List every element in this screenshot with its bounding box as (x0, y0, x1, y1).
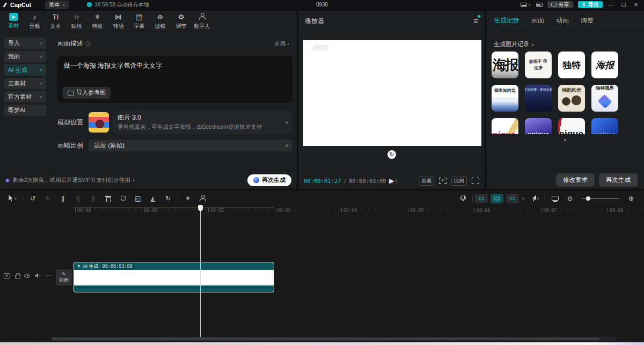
tab-adjust[interactable]: ⚙ 调节 (171, 11, 192, 32)
select-tool-button[interactable]: ∨ (5, 193, 20, 204)
tab-adjust[interactable]: 调整 (581, 16, 594, 25)
record-voiceover-button[interactable] (455, 193, 470, 204)
player-title: 播放器 (305, 17, 324, 26)
player-menu-button[interactable]: ≡ (473, 16, 478, 25)
inspector-tabs: 生成记录 画面 动画 调整 (486, 11, 644, 31)
split-right-button[interactable]: ]I (85, 193, 100, 204)
generated-image-thumb[interactable]: 星辰闪耀，梦想起航 (525, 85, 552, 112)
eye-icon[interactable] (24, 274, 30, 278)
share-button[interactable]: 分享 (547, 1, 573, 8)
more-options-icon[interactable]: ⋯ (45, 272, 51, 279)
auto-snap-toggle[interactable] (491, 194, 503, 203)
generated-image-thumb[interactable]: unique (525, 118, 552, 134)
tab-text[interactable]: TI 文本 (45, 11, 66, 32)
tab-filters[interactable]: ⊛ 滤镜 (150, 11, 171, 32)
crop-button[interactable]: ◱ (130, 193, 145, 204)
time-ruler[interactable]: 00:00 00:01 00:02 00:03 00:04 00:05 00:0… (51, 207, 644, 217)
scrollbar-thumb[interactable] (52, 337, 599, 340)
sidebar-item-import[interactable]: 导入 ∨ (4, 38, 46, 49)
tab-media[interactable]: ▶ 素材 (3, 11, 24, 32)
generated-image-thumb[interactable]: unique (558, 118, 585, 134)
lock-icon[interactable] (15, 273, 19, 278)
modify-request-button[interactable]: 修改要求 (556, 173, 595, 187)
generated-image-thumb[interactable]: 独特视界 (591, 85, 618, 112)
inspiration-link[interactable]: 灵感 › (274, 40, 289, 48)
main-track-magnet-toggle[interactable] (475, 194, 488, 203)
maximize-button[interactable]: ▢ (620, 2, 627, 8)
tab-generation-history[interactable]: 生成记录 (494, 16, 519, 25)
export-button[interactable]: ↥ 导出 (578, 1, 603, 8)
timeline-zoom-slider[interactable] (582, 198, 619, 199)
generated-image-thumb[interactable]: unique (591, 118, 618, 134)
play-button[interactable]: ▶ (389, 177, 394, 185)
regenerate-button[interactable]: 再次生成 (247, 174, 291, 186)
zoom-out-button[interactable]: ⊖ (562, 193, 577, 204)
undo-button[interactable]: ↺ (25, 193, 40, 204)
chevron-down-icon: ∨ (14, 196, 17, 201)
layout-switch-button[interactable]: ∨ (521, 3, 531, 7)
tab-audio[interactable]: ♪ 音频 (24, 11, 45, 32)
smart-edit-button[interactable]: ✶ (180, 193, 195, 204)
generated-image-thumb[interactable]: unique (492, 118, 518, 134)
ruler-tick: 00:00 (75, 208, 91, 213)
tab-label: 数字人 (194, 23, 210, 30)
sidebar-item-ai-generate[interactable]: AI 生成 ∨ (4, 64, 46, 76)
chevron-down-icon[interactable]: ∨ (522, 196, 524, 201)
ratio-select[interactable]: 适应 (原始) ∨ (89, 140, 292, 151)
tab-sticker[interactable]: ☆ 贴纸 (66, 11, 87, 32)
tab-label: 文本 (50, 23, 61, 30)
generated-image-thumb[interactable]: 独特 (558, 52, 585, 78)
ratio-button[interactable]: 比例 (451, 177, 467, 186)
tab-transitions[interactable]: ⋈ 转场 (108, 11, 129, 32)
preview-zoom-button[interactable]: ⌕ (439, 178, 447, 184)
sidebar-item-mine[interactable]: 我的 ∨ (4, 51, 46, 62)
delete-button[interactable] (100, 193, 115, 204)
timeline-horizontal-scrollbar[interactable] (51, 337, 617, 341)
split-left-button[interactable]: I[ (70, 193, 85, 204)
rotate-button[interactable]: ↻ (160, 193, 175, 204)
prompt-textarea[interactable]: 做一个海报 海报文字包含中文文字 导入参考图 (57, 56, 292, 103)
tab-picture[interactable]: 画面 (531, 16, 544, 25)
expand-history-button[interactable]: ▾ (486, 137, 644, 143)
generated-image-thumb[interactable]: 探未知的边 (492, 85, 518, 112)
chevron-down-icon: ∨ (285, 120, 288, 125)
redo-button[interactable]: ↻ (40, 193, 55, 204)
history-section-header[interactable]: 生成图片记录 ▴ (494, 40, 534, 48)
adapt-timeline-button[interactable] (547, 193, 562, 204)
tab-digital-human[interactable]: 数字人 (192, 11, 213, 32)
sidebar-item-cloud[interactable]: 云素材 ∨ (4, 78, 46, 89)
tab-effects[interactable]: ✳ 特效 (87, 11, 108, 32)
fullscreen-button[interactable] (472, 178, 479, 184)
quota-text[interactable]: 剩余2次限免，试用后开通SVIP并支付积分使用 (13, 177, 130, 184)
mirror-button[interactable]: ◭ (145, 193, 160, 204)
generated-image-thumb[interactable]: 独韵风华 (558, 85, 585, 112)
mask-button[interactable] (115, 193, 130, 204)
digital-human-button[interactable] (195, 193, 210, 204)
regenerate-button-right[interactable]: 再次生成 (599, 173, 638, 187)
generated-image-thumb[interactable]: 海报 (591, 52, 618, 78)
speaker-icon[interactable] (35, 273, 40, 278)
zoom-in-button[interactable]: ⊕ (624, 193, 639, 204)
trash-icon (106, 195, 111, 201)
clip-resize-handle[interactable] (272, 274, 274, 281)
sidebar-item-official[interactable]: 官方素材 ∨ (4, 91, 46, 102)
quality-button[interactable]: 原画 (419, 177, 434, 186)
preview-cursor-button[interactable]: ∨ (528, 193, 543, 204)
model-select[interactable]: 图片 3.0 更自然真实，可生成文字海报，由Seedream提供技术支持 ∨ (112, 111, 292, 134)
split-button[interactable]: ][ (55, 193, 70, 204)
tab-animation[interactable]: 动画 (556, 16, 569, 25)
import-reference-button[interactable]: 导入参考图 (63, 87, 111, 99)
preview-canvas[interactable] (303, 40, 481, 146)
generated-image-thumb[interactable]: 和笺不 作法来 (525, 52, 552, 78)
chevron-down-icon: ∨ (536, 196, 539, 201)
tab-captions[interactable]: ▤ 字幕 (129, 11, 150, 32)
cover-button[interactable]: ✎ 封面 (56, 269, 72, 285)
timeline-clip-ai-generate[interactable]: ✦ AI 生成 00:00:03:00 (74, 262, 274, 292)
linkage-toggle[interactable] (506, 194, 519, 203)
minimize-button[interactable]: — (608, 2, 615, 8)
generated-image-thumb[interactable]: 海报 (492, 52, 518, 78)
panel-toggle-button[interactable] (536, 3, 543, 7)
sidebar-item-jimeng-ai[interactable]: 即梦AI (4, 105, 46, 116)
slider-handle[interactable] (586, 196, 590, 201)
close-button[interactable]: ✕ (632, 2, 640, 8)
